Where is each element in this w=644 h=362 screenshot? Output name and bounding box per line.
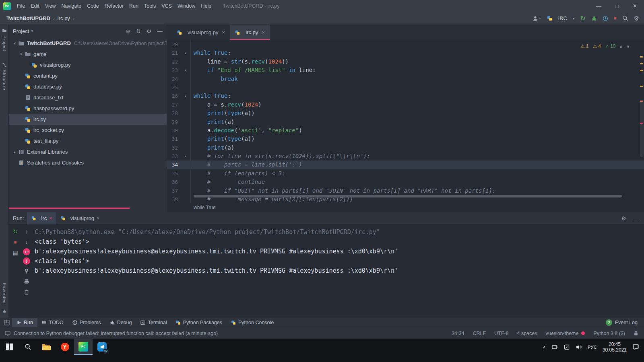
run-config-dropdown-icon[interactable]: ▾ bbox=[573, 16, 575, 21]
code-line-33[interactable]: 33∨ # for line in str(s.recv(1024)).spli… bbox=[167, 152, 644, 160]
rerun-run-icon[interactable]: ↻ bbox=[11, 227, 20, 236]
mail-app-button[interactable]: 92 bbox=[93, 339, 111, 355]
pin-tab-icon[interactable] bbox=[23, 267, 31, 275]
theme-indicator[interactable]: vuesion-theme bbox=[545, 331, 585, 336]
line-number[interactable]: 23 bbox=[167, 66, 181, 74]
fold-icon[interactable]: ∨ bbox=[181, 66, 190, 74]
tool-window-button-python-packages[interactable]: Python Packages bbox=[171, 318, 227, 327]
python-interpreter[interactable]: Python 3.8 (3) bbox=[593, 331, 625, 336]
next-issue-icon[interactable]: ∨ bbox=[627, 44, 630, 49]
line-number[interactable]: 26 bbox=[167, 92, 181, 100]
line-number[interactable]: 32 bbox=[167, 144, 181, 152]
run-tab-visualprog[interactable]: visualprog× bbox=[56, 212, 104, 224]
line-number[interactable]: 21 bbox=[167, 49, 181, 57]
menu-help[interactable]: Help bbox=[198, 0, 214, 12]
event-log-button[interactable]: 2 Event Log bbox=[606, 319, 644, 326]
tool-window-button-python-console[interactable]: Python Console bbox=[227, 318, 278, 327]
panel-settings-icon[interactable]: ⚙ bbox=[147, 28, 151, 34]
run-config-name[interactable]: IRC bbox=[558, 15, 567, 21]
close-tab-icon[interactable]: × bbox=[49, 215, 52, 221]
file-encoding[interactable]: UTF-8 bbox=[494, 331, 508, 336]
project-view-dropdown-icon[interactable]: ▾ bbox=[31, 29, 33, 33]
restore-layout-icon[interactable]: ▤ bbox=[11, 248, 20, 257]
chevron-down-icon[interactable]: ▾ bbox=[11, 41, 18, 45]
code-line-27[interactable]: 27 a = s.recv(1024) bbox=[167, 101, 644, 109]
tool-window-button-debug[interactable]: Debug bbox=[105, 318, 136, 327]
locate-file-icon[interactable]: ⊕ bbox=[126, 28, 130, 34]
tree-item-irc-socket-py[interactable]: irc_socket.py bbox=[9, 125, 167, 136]
code-line-30[interactable]: 30 a.decode('ascii', "replace") bbox=[167, 126, 644, 135]
run-settings-icon[interactable]: ⚙ bbox=[621, 215, 626, 222]
tree-item-database-txt[interactable]: database_txt bbox=[9, 92, 167, 103]
pen-settings-icon[interactable] bbox=[564, 344, 570, 350]
code-line-35[interactable]: 35 # if len(parts) < 3: bbox=[167, 169, 644, 178]
tool-window-button-terminal[interactable]: Terminal bbox=[136, 318, 171, 327]
tree-item-database-py[interactable]: database.py bbox=[9, 81, 167, 92]
line-number[interactable]: 25 bbox=[167, 83, 181, 92]
menu-tools[interactable]: Tools bbox=[141, 0, 159, 12]
project-tree[interactable]: ▾TwitchBotUPGRDC:\Users\alexe\OneDrive\P… bbox=[9, 38, 167, 212]
profiler-button[interactable] bbox=[603, 16, 608, 21]
code-line-26[interactable]: 26∨while True: bbox=[167, 92, 644, 100]
line-separator[interactable]: CRLF bbox=[473, 331, 486, 336]
tree-item-external-libraries[interactable]: ▸External Libraries bbox=[9, 146, 167, 157]
tree-item-hashpassword-py[interactable]: hashpassword.py bbox=[9, 103, 167, 114]
breadcrumb-item[interactable]: irc.py bbox=[58, 15, 70, 21]
menu-view[interactable]: View bbox=[42, 0, 59, 12]
line-number[interactable]: 34 bbox=[167, 160, 181, 169]
line-number[interactable]: 29 bbox=[167, 118, 181, 126]
tree-item-contant-py[interactable]: contant.py bbox=[9, 70, 167, 81]
code-line-37[interactable]: 37 # if "QUIT" not in parts[1] and "JOIN… bbox=[167, 187, 644, 195]
code-line-36[interactable]: 36 # continue bbox=[167, 178, 644, 186]
settings-icon[interactable]: ⚙ bbox=[634, 15, 639, 21]
menu-run[interactable]: Run bbox=[126, 0, 141, 12]
menu-edit[interactable]: Edit bbox=[28, 0, 42, 12]
chevron-down-icon[interactable]: ▾ bbox=[18, 52, 25, 56]
editor-tab-visualprog-py[interactable]: visualprog.py× bbox=[172, 25, 230, 40]
inspection-indicator[interactable]: ✓10 bbox=[605, 43, 615, 49]
minimize-button[interactable]: — bbox=[590, 0, 608, 12]
stop-button[interactable]: ■ bbox=[614, 16, 617, 21]
line-number[interactable]: 38 bbox=[167, 195, 181, 203]
inspection-indicator[interactable]: ⚠4 bbox=[592, 43, 601, 49]
prev-issue-icon[interactable]: ∧ bbox=[619, 44, 622, 49]
hidden-icons-chevron[interactable]: ∧ bbox=[543, 345, 546, 349]
hide-run-panel-icon[interactable]: — bbox=[634, 215, 639, 222]
run-tab-irc[interactable]: irc× bbox=[27, 212, 56, 224]
menu-window[interactable]: Window bbox=[175, 0, 198, 12]
line-number[interactable]: 33 bbox=[167, 152, 181, 160]
menu-file[interactable]: File bbox=[14, 0, 28, 12]
clear-console-icon[interactable] bbox=[23, 288, 31, 296]
line-number[interactable]: 31 bbox=[167, 135, 181, 143]
close-tab-icon[interactable]: × bbox=[262, 29, 265, 35]
lock-icon[interactable] bbox=[634, 331, 638, 336]
tree-item-twitchbotupgrd[interactable]: ▾TwitchBotUPGRDC:\Users\alexe\OneDrive\P… bbox=[9, 38, 167, 49]
line-number[interactable]: 24 bbox=[167, 75, 181, 83]
stripe-favorites-button[interactable]: Favorites bbox=[2, 283, 7, 304]
tree-item-scratches-and-consoles[interactable]: Scratches and Consoles bbox=[9, 157, 167, 168]
stripe-structure-button[interactable]: Structure bbox=[2, 62, 7, 90]
menu-code[interactable]: Code bbox=[84, 0, 102, 12]
fold-icon[interactable]: ∨ bbox=[181, 49, 190, 57]
profile-icon[interactable]: ▾ bbox=[532, 15, 541, 22]
scrollbar-marker-strip[interactable] bbox=[639, 40, 644, 203]
code-line-24[interactable]: 24 break bbox=[167, 75, 644, 83]
console-output[interactable]: C:\Python38\python.exe "C:/Users/alexe/O… bbox=[35, 224, 644, 318]
stripe-project-button[interactable]: Project bbox=[2, 28, 7, 51]
line-number[interactable]: 35 bbox=[167, 169, 181, 178]
close-tab-icon[interactable]: × bbox=[222, 29, 225, 35]
hide-panel-icon[interactable]: — bbox=[157, 28, 163, 34]
soft-wrap-icon[interactable]: ↩ bbox=[23, 248, 30, 255]
code-line-23[interactable]: 23∨ if "End of /NAMES list" in line: bbox=[167, 66, 644, 74]
menu-navigate[interactable]: Navigate bbox=[59, 0, 84, 12]
action-center-icon[interactable] bbox=[632, 343, 639, 350]
tool-window-button-problems[interactable]: Problems bbox=[68, 318, 105, 327]
start-button[interactable] bbox=[0, 339, 19, 355]
tree-item-test-file-py[interactable]: test_file.py bbox=[9, 136, 167, 146]
file-explorer-button[interactable] bbox=[37, 339, 56, 355]
close-button[interactable]: × bbox=[626, 0, 644, 12]
line-number[interactable]: 36 bbox=[167, 178, 181, 186]
project-panel-title[interactable]: Project bbox=[13, 28, 29, 34]
code-editor[interactable]: 2021∨while True:22 line = str(s.recv(102… bbox=[167, 40, 644, 203]
tablet-icon[interactable] bbox=[551, 344, 558, 350]
